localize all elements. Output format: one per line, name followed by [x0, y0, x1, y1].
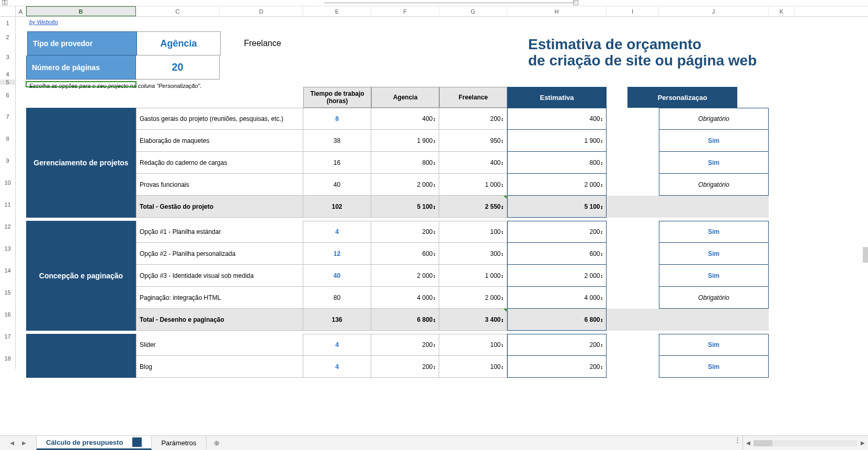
row-12[interactable]: 12: [0, 216, 16, 238]
scroll-left-icon[interactable]: ◄: [743, 439, 753, 447]
cell-agencia[interactable]: 200: [371, 221, 439, 243]
tab-split-handle[interactable]: ⋮: [732, 436, 743, 450]
horizontal-scrollbar[interactable]: ◄ ►: [743, 436, 868, 450]
chevron-right-icon[interactable]: ►: [21, 439, 28, 447]
row-17[interactable]: 17: [0, 325, 16, 347]
row-5[interactable]: 5: [0, 80, 16, 85]
outline-collapse[interactable]: −: [573, 0, 578, 5]
row-2[interactable]: 2: [0, 29, 16, 45]
col-C[interactable]: C: [136, 6, 220, 16]
col-K[interactable]: K: [769, 6, 795, 16]
cell-estimate[interactable]: 2 000: [507, 174, 607, 196]
cell-hours[interactable]: 8: [303, 108, 371, 130]
row-18[interactable]: 18: [0, 347, 16, 369]
scroll-thumb[interactable]: [753, 440, 772, 446]
cell-estimate[interactable]: 200: [507, 221, 607, 243]
cell-agencia[interactable]: 400: [371, 108, 439, 130]
tab-calculo[interactable]: Cálculo de presupuesto: [37, 436, 152, 450]
chevron-left-icon[interactable]: ◄: [9, 439, 16, 447]
cell-freelance[interactable]: 100: [439, 356, 507, 378]
cell-agencia[interactable]: 1 900: [371, 130, 439, 152]
grid-area[interactable]: 1 2 3 4 5 6 7 8 9 10 11 12 13 14 15 16 1…: [0, 17, 868, 435]
row-3[interactable]: 3: [0, 45, 16, 69]
cell-agencia[interactable]: 200: [371, 356, 439, 378]
row-6[interactable]: 6: [0, 85, 16, 106]
cell-personalization[interactable]: Sim: [659, 334, 769, 356]
row-8[interactable]: 8: [0, 128, 16, 150]
cell-agencia[interactable]: 200: [371, 334, 439, 356]
col-D[interactable]: D: [220, 6, 303, 16]
cell-personalization[interactable]: Sim: [659, 221, 769, 243]
col-B[interactable]: B: [26, 6, 136, 16]
cell-personalization[interactable]: Obrigatório: [659, 174, 769, 196]
cell-agencia[interactable]: 2 000: [371, 265, 439, 287]
cell-personalization[interactable]: Sim: [659, 265, 769, 287]
cell-personalization[interactable]: Obrigatório: [659, 287, 769, 309]
cell-freelance[interactable]: 100: [439, 334, 507, 356]
cell-hours[interactable]: 80: [303, 287, 371, 309]
row-15[interactable]: 15: [0, 282, 16, 303]
cell-hours[interactable]: 12: [303, 243, 371, 265]
tab-nav-buttons[interactable]: ◄ ►: [0, 436, 37, 450]
cell-hours[interactable]: 4: [303, 334, 371, 356]
cell-hours[interactable]: 4: [303, 356, 371, 378]
provider-value[interactable]: Agência: [137, 31, 221, 55]
comment-indicator-icon[interactable]: [504, 309, 507, 312]
credit-link[interactable]: by Webolto: [26, 17, 136, 29]
cell-agencia[interactable]: 800: [371, 152, 439, 174]
vertical-scrollbar[interactable]: [863, 17, 868, 435]
row-10[interactable]: 10: [0, 172, 16, 194]
cell-freelance[interactable]: 200: [439, 108, 507, 130]
cell-hours[interactable]: 40: [303, 265, 371, 287]
cell-freelance[interactable]: 400: [439, 152, 507, 174]
col-I[interactable]: I: [607, 6, 659, 16]
select-all-corner[interactable]: [0, 6, 16, 16]
cell-estimate[interactable]: 200: [507, 334, 607, 356]
outline-level-1[interactable]: 1: [2, 0, 7, 5]
comment-indicator-icon[interactable]: [504, 196, 507, 199]
cell-freelance[interactable]: 300: [439, 243, 507, 265]
row-14[interactable]: 14: [0, 260, 16, 282]
cell-freelance[interactable]: 1 000: [439, 174, 507, 196]
col-F[interactable]: F: [371, 6, 439, 16]
cell-estimate[interactable]: 200: [507, 356, 607, 378]
cell-estimate[interactable]: 4 000: [507, 287, 607, 309]
cell-hours[interactable]: 16: [303, 152, 371, 174]
cell-personalization[interactable]: Sim: [659, 152, 769, 174]
cell-freelance[interactable]: 1 000: [439, 265, 507, 287]
row-7[interactable]: 7: [0, 106, 16, 128]
active-cell-B5[interactable]: [26, 82, 136, 87]
col-E[interactable]: E: [303, 6, 371, 16]
row-16[interactable]: 16: [0, 303, 16, 325]
row-4[interactable]: 4: [0, 69, 16, 80]
cell-agencia[interactable]: 600: [371, 243, 439, 265]
pages-value[interactable]: 20: [136, 55, 220, 80]
col-J[interactable]: J: [659, 6, 769, 16]
row-1[interactable]: 1: [0, 17, 16, 29]
cell-hours[interactable]: 4: [303, 221, 371, 243]
row-13[interactable]: 13: [0, 238, 16, 260]
add-sheet-button[interactable]: ⊕: [207, 436, 227, 450]
row-11[interactable]: 11: [0, 194, 16, 216]
cell-hours[interactable]: 38: [303, 130, 371, 152]
col-G[interactable]: G: [439, 6, 507, 16]
cell-freelance[interactable]: 950: [439, 130, 507, 152]
cell-personalization[interactable]: Obrigatório: [659, 108, 769, 130]
scroll-track[interactable]: [753, 440, 858, 446]
vertical-scroll-thumb[interactable]: [863, 247, 868, 263]
scroll-right-icon[interactable]: ►: [858, 439, 868, 447]
cell-estimate[interactable]: 400: [507, 108, 607, 130]
cell-personalization[interactable]: Sim: [659, 356, 769, 378]
cell-freelance[interactable]: 100: [439, 221, 507, 243]
cell-estimate[interactable]: 1 900: [507, 130, 607, 152]
cell-agencia[interactable]: 2 000: [371, 174, 439, 196]
cell-freelance[interactable]: 2 000: [439, 287, 507, 309]
cell-personalization[interactable]: Sim: [659, 130, 769, 152]
cell-agencia[interactable]: 4 000: [371, 287, 439, 309]
cell-estimate[interactable]: 2 000: [507, 265, 607, 287]
cell-hours[interactable]: 40: [303, 174, 371, 196]
cell-personalization[interactable]: Sim: [659, 243, 769, 265]
tab-parametros[interactable]: Parámetros: [152, 436, 206, 450]
col-H[interactable]: H: [507, 6, 607, 16]
cell-estimate[interactable]: 600: [507, 243, 607, 265]
